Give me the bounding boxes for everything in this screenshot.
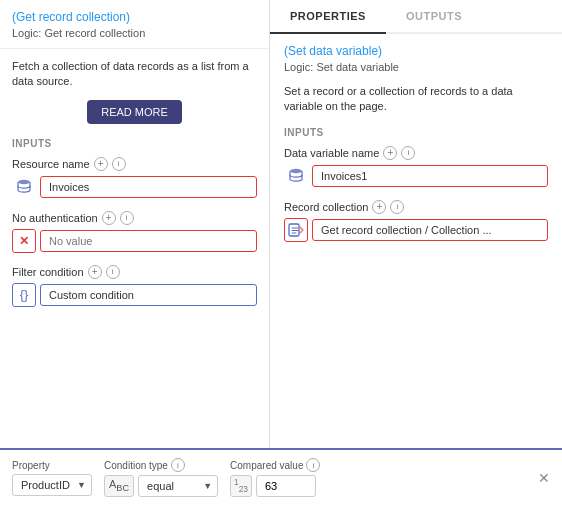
record-collection-label-row: Record collection + i	[284, 200, 548, 214]
filter-condition-label-row: Filter condition + i	[12, 265, 257, 279]
property-select[interactable]: ProductID	[12, 474, 92, 496]
condition-type-label-row: Condition type i	[104, 458, 218, 472]
left-logic-label: Logic: Get record collection	[12, 27, 145, 39]
compared-value-label-row: Compared value i	[230, 458, 320, 472]
compared-value-123-icon: 123	[230, 475, 252, 496]
resource-name-input[interactable]	[40, 176, 257, 198]
svg-point-0	[18, 180, 30, 184]
left-header: (Get record collection) Logic: Get recor…	[0, 0, 269, 49]
condition-type-info-icon[interactable]: i	[171, 458, 185, 472]
compared-value-info-icon[interactable]: i	[306, 458, 320, 472]
resource-name-label: Resource name	[12, 158, 90, 170]
filter-condition-input[interactable]	[40, 284, 257, 306]
condition-type-select[interactable]: equal	[138, 475, 218, 497]
property-select-wrapper: ProductID ▼	[12, 474, 92, 496]
left-body: Fetch a collection of data records as a …	[0, 49, 269, 448]
filter-condition-field: Filter condition + i {}	[12, 265, 257, 307]
no-auth-x-icon: ✕	[12, 229, 36, 253]
record-collection-input-row	[284, 218, 548, 242]
inputs-section-label: INPUTS	[12, 138, 257, 149]
data-var-plus-icon[interactable]: +	[383, 146, 397, 160]
no-authentication-input[interactable]	[40, 230, 257, 252]
data-variable-input[interactable]	[312, 165, 548, 187]
filter-condition-label: Filter condition	[12, 266, 84, 278]
data-variable-name-field: Data variable name + i	[284, 146, 548, 188]
right-inputs-label: INPUTS	[284, 127, 548, 138]
resource-name-info-icon[interactable]: i	[112, 157, 126, 171]
right-header: (Set data variable) Logic: Set data vari…	[284, 44, 548, 74]
data-variable-input-row	[284, 164, 548, 188]
condition-type-select-wrapper: equal ▼	[138, 475, 218, 497]
no-authentication-label-row: No authentication + i	[12, 211, 257, 225]
record-coll-plus-icon[interactable]: +	[372, 200, 386, 214]
record-collection-input[interactable]	[312, 219, 548, 241]
filter-info-icon[interactable]: i	[106, 265, 120, 279]
tab-outputs[interactable]: OUTPUTS	[386, 0, 482, 34]
right-logic-label: Logic: Set data variable	[284, 61, 399, 73]
resource-name-db-icon	[12, 175, 36, 199]
condition-type-field: Condition type i ABC equal ▼	[104, 458, 218, 497]
condition-type-wrapper: ABC equal ▼	[104, 475, 218, 497]
condition-type-abc-icon: ABC	[104, 475, 134, 496]
filter-condition-input-row: {}	[12, 283, 257, 307]
filter-plus-icon[interactable]: +	[88, 265, 102, 279]
data-variable-label: Data variable name	[284, 147, 379, 159]
property-field: Property ProductID ▼	[12, 460, 92, 496]
compared-value-field: Compared value i 123	[230, 458, 320, 497]
right-body: (Set data variable) Logic: Set data vari…	[270, 34, 562, 448]
resource-name-label-row: Resource name + i	[12, 157, 257, 171]
bottom-filter-bar: Property ProductID ▼ Condition type i AB…	[0, 448, 562, 505]
no-auth-plus-icon[interactable]: +	[102, 211, 116, 225]
compared-value-input[interactable]	[256, 475, 316, 497]
resource-name-field: Resource name + i	[12, 157, 257, 199]
right-panel: PROPERTIES OUTPUTS (Set data variable) L…	[270, 0, 562, 448]
filter-condition-icon: {}	[12, 283, 36, 307]
main-content: (Get record collection) Logic: Get recor…	[0, 0, 562, 448]
record-collection-label: Record collection	[284, 201, 368, 213]
data-variable-label-row: Data variable name + i	[284, 146, 548, 160]
record-collection-icon	[284, 218, 308, 242]
compared-value-wrapper: 123	[230, 475, 320, 497]
get-record-collection-link[interactable]: (Get record collection)	[12, 10, 257, 24]
no-authentication-field: No authentication + i ✕	[12, 211, 257, 253]
close-filter-button[interactable]: ✕	[538, 471, 550, 485]
data-variable-db-icon	[284, 164, 308, 188]
right-description: Set a record or a collection of records …	[284, 84, 548, 115]
record-collection-field: Record collection + i	[284, 200, 548, 242]
property-label: Property	[12, 460, 92, 471]
left-description: Fetch a collection of data records as a …	[12, 59, 257, 90]
resource-name-plus-icon[interactable]: +	[94, 157, 108, 171]
resource-name-input-row	[12, 175, 257, 199]
read-more-button[interactable]: READ MORE	[87, 100, 182, 124]
tab-bar: PROPERTIES OUTPUTS	[270, 0, 562, 34]
set-data-variable-link[interactable]: (Set data variable)	[284, 44, 548, 58]
svg-point-1	[290, 169, 302, 173]
no-authentication-input-row: ✕	[12, 229, 257, 253]
record-coll-info-icon[interactable]: i	[390, 200, 404, 214]
data-var-info-icon[interactable]: i	[401, 146, 415, 160]
left-panel: (Get record collection) Logic: Get recor…	[0, 0, 270, 448]
no-auth-info-icon[interactable]: i	[120, 211, 134, 225]
tab-properties[interactable]: PROPERTIES	[270, 0, 386, 34]
no-authentication-label: No authentication	[12, 212, 98, 224]
